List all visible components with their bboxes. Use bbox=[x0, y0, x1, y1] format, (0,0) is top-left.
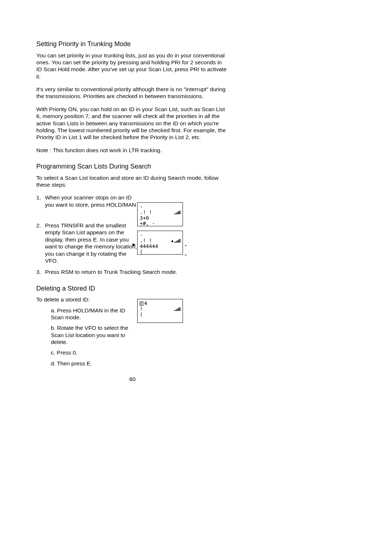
signal-bars-icon bbox=[174, 211, 180, 214]
page-number: 60 bbox=[36, 376, 229, 382]
lcd-display-2: - .! ! ▲ 444444 ( bbox=[137, 231, 183, 255]
lcd-display-1: - .! ! 3+0 +#, - bbox=[137, 202, 183, 226]
intro-delete: To delete a stored ID: bbox=[36, 296, 229, 303]
delete-c: c. Press 0. bbox=[51, 349, 229, 356]
lcd1-l4: +#, - bbox=[140, 221, 180, 226]
signal-bars-icon bbox=[174, 239, 180, 243]
para-priority-1: You can set priority in your trunking li… bbox=[36, 52, 229, 80]
list-icon bbox=[140, 301, 143, 306]
step-2-body: Press TRNSFR and the smallest empty Scan… bbox=[45, 222, 139, 264]
lcd1-l2: .! ! bbox=[140, 210, 152, 215]
step-2-num: 2. bbox=[36, 222, 45, 264]
delete-a: a. Press HOLD/MAN in the ID Scan mode. bbox=[51, 307, 131, 321]
lcd2-l4: ( bbox=[140, 249, 180, 255]
step-3-body: Press RSM to return to Trunk Tracking Se… bbox=[45, 268, 229, 275]
lcd-display-3: 4 ! ( bbox=[137, 299, 183, 323]
step-1-body: When your scanner stops on an ID you wan… bbox=[45, 194, 139, 208]
para-priority-2: It's very similar to conventional priori… bbox=[36, 86, 229, 100]
delete-d: d. Then press E. bbox=[51, 360, 229, 367]
lcd3-l1: 4 bbox=[144, 301, 147, 306]
note-ltr: Note : This function does not work in LT… bbox=[36, 147, 229, 154]
lcd2-l2: .! ! bbox=[140, 238, 152, 243]
lcd2-l1: - bbox=[140, 232, 143, 238]
step-1: 1. When your scanner stops on an ID you … bbox=[36, 194, 229, 208]
para-priority-3: With Priority ON, you can hold on an ID … bbox=[36, 106, 229, 141]
lcd3-l4: ( bbox=[140, 312, 180, 317]
lcd1-l3: 3+0 bbox=[140, 215, 180, 221]
lcd3-l2: ! bbox=[140, 306, 143, 312]
heading-delete: Deleting a Stored ID bbox=[36, 284, 229, 293]
signal-bars-icon bbox=[174, 307, 180, 311]
up-indicator-icon: ⌃ bbox=[184, 244, 188, 250]
intro-scan-lists: To select a Scan List location and store… bbox=[36, 174, 229, 189]
step-3-num: 3. bbox=[36, 268, 45, 275]
steps-list: 1. When your scanner stops on an ID you … bbox=[36, 194, 229, 275]
down-indicator-icon: ⌄ bbox=[184, 251, 188, 257]
step-1-num: 1. bbox=[36, 194, 45, 208]
up-arrow-icon: ▲ bbox=[171, 239, 173, 243]
lcd1-l1: - bbox=[140, 204, 143, 210]
delete-b: b. Rotate the VFO to select the Scan Lis… bbox=[51, 324, 134, 345]
lcd2-l3: 444444 bbox=[140, 244, 180, 249]
heading-priority: Setting Priority in Trunking Mode bbox=[36, 40, 229, 48]
step-3: 3. Press RSM to return to Trunk Tracking… bbox=[36, 268, 229, 275]
left-arrow-icon: ▸ bbox=[132, 240, 136, 248]
heading-scan-lists: Programming Scan Lists During Search bbox=[36, 162, 229, 171]
